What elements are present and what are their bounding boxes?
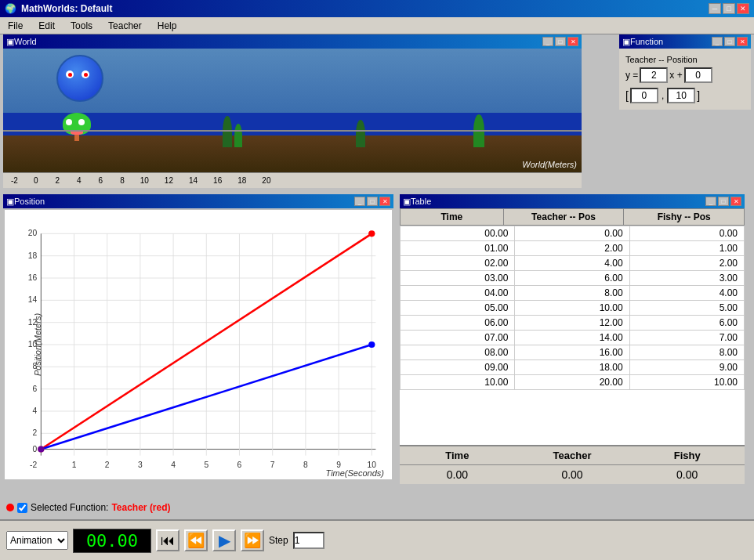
interval-left-input[interactable]	[630, 88, 658, 103]
cell-teacher: 10.00	[515, 301, 629, 316]
world-panel-controls: _ □ ✕	[542, 37, 578, 46]
close-button[interactable]: ✕	[737, 3, 749, 14]
ground	[3, 135, 582, 172]
svg-text:-2: -2	[30, 461, 37, 469]
comma: ,	[662, 90, 664, 101]
position-maximize-btn[interactable]: □	[367, 197, 378, 206]
cell-fishy: 0.00	[629, 226, 744, 241]
cell-fishy: 9.00	[629, 360, 744, 375]
position-close-btn[interactable]: ✕	[379, 197, 390, 206]
table-title: Table	[411, 197, 431, 206]
back-button[interactable]: ⏪	[184, 529, 208, 551]
table-header: Time Teacher -- Pos Fishy -- Pos	[400, 208, 745, 226]
table-row: 08.0016.008.00	[401, 345, 745, 360]
svg-text:7: 7	[270, 461, 275, 469]
table-minimize-btn[interactable]: _	[705, 197, 716, 206]
footer-fishy-label: Fishy	[629, 450, 745, 461]
menu-edit[interactable]: Edit	[34, 19, 60, 33]
table-panel: ▣ Table _ □ ✕ Time Teacher -- Pos Fishy …	[400, 194, 745, 484]
cell-fishy: 6.00	[629, 316, 744, 331]
slope-input[interactable]	[640, 67, 668, 83]
cell-teacher: 14.00	[515, 331, 629, 345]
footer-teacher-label: Teacher	[515, 450, 630, 461]
svg-text:0: 0	[32, 445, 37, 453]
cell-teacher: 2.00	[515, 241, 629, 256]
svg-point-48	[368, 230, 375, 237]
world-close-btn[interactable]: ✕	[567, 37, 578, 46]
svg-text:4: 4	[171, 461, 176, 469]
menu-teacher[interactable]: Teacher	[103, 19, 147, 33]
svg-text:2: 2	[32, 428, 37, 437]
app-icon: 🌍	[5, 3, 16, 14]
graph-svg: 20 18 16 14 12 10 8 6 4 2 0 -2 1 2 3 4 5…	[5, 210, 392, 479]
footer-time-label: Time	[400, 450, 515, 461]
table-row: 01.002.001.00	[401, 241, 745, 256]
cell-time: 03.00	[401, 271, 515, 286]
interval-right-input[interactable]	[667, 88, 695, 103]
world-minimize-btn[interactable]: _	[542, 37, 553, 46]
selected-function-value: Teacher (red)	[111, 502, 170, 513]
selected-function-label: Selected Function:	[31, 502, 108, 513]
frog-character	[63, 113, 91, 138]
menu-bar: File Edit Tools Teacher Help	[0, 17, 754, 34]
world-icon: ▣	[6, 37, 14, 47]
graph-area: Position(Meters) Time(Seconds)	[5, 210, 392, 479]
app-title: MathWorlds: Default	[21, 3, 112, 14]
rewind-button[interactable]: ⏮	[156, 529, 179, 551]
position-title: Position	[14, 197, 45, 206]
footer-time-val: 0.00	[400, 468, 515, 481]
function-icon: ▣	[622, 37, 630, 47]
seaweed-3	[356, 120, 365, 147]
step-input[interactable]	[293, 532, 324, 549]
svg-text:14: 14	[28, 295, 38, 304]
function-maximize-btn[interactable]: □	[724, 37, 735, 46]
position-icon: ▣	[6, 197, 14, 207]
menu-help[interactable]: Help	[153, 19, 182, 33]
table-close-btn[interactable]: ✕	[730, 197, 741, 206]
function-minimize-btn[interactable]: _	[712, 37, 723, 46]
cell-time: 01.00	[401, 241, 515, 256]
maximize-button[interactable]: □	[723, 3, 735, 14]
forward-button[interactable]: ⏩	[241, 529, 264, 551]
table-scroll-area[interactable]: 00.000.000.0001.002.001.0002.004.002.000…	[400, 226, 745, 445]
table-row: 04.008.004.00	[401, 286, 745, 301]
cell-time: 05.00	[401, 301, 515, 316]
svg-text:5: 5	[204, 461, 208, 469]
table-body: 00.000.000.0001.002.001.0002.004.002.000…	[401, 226, 745, 390]
cell-fishy: 4.00	[629, 286, 744, 301]
animation-select[interactable]: Animation Simulation	[6, 531, 68, 550]
table-row: 06.0012.006.00	[401, 316, 745, 331]
intercept-input[interactable]	[684, 67, 712, 83]
world-maximize-btn[interactable]: □	[555, 37, 566, 46]
position-minimize-btn[interactable]: _	[354, 197, 365, 206]
table-row: 10.0020.0010.00	[401, 375, 745, 390]
cell-time: 09.00	[401, 360, 515, 375]
cell-fishy: 2.00	[629, 256, 744, 271]
table-footer-values: 0.00 0.00 0.00	[400, 464, 745, 484]
svg-text:8: 8	[32, 362, 37, 370]
cell-time: 06.00	[401, 316, 515, 331]
svg-text:9: 9	[336, 461, 341, 469]
menu-tools[interactable]: Tools	[66, 19, 97, 33]
cell-fishy: 10.00	[629, 375, 744, 390]
selected-function-bar: Selected Function: Teacher (red)	[6, 502, 171, 513]
svg-text:8: 8	[303, 461, 308, 469]
bottom-bar: Animation Simulation 00.00 ⏮ ⏪ ▶ ⏩ Step	[0, 519, 754, 560]
step-label: Step	[269, 535, 288, 546]
function-close-btn[interactable]: ✕	[737, 37, 748, 46]
svg-text:16: 16	[28, 273, 38, 282]
selected-function-checkbox[interactable]	[17, 503, 27, 513]
play-button[interactable]: ▶	[212, 529, 236, 551]
cell-teacher: 12.00	[515, 316, 629, 331]
menu-file[interactable]: File	[3, 19, 27, 33]
function-content: Teacher -- Position y = x + [ , ]	[619, 49, 751, 110]
col-fishy: Fishy -- Pos	[624, 209, 745, 226]
position-panel-controls: _ □ ✕	[354, 197, 390, 206]
svg-text:3: 3	[138, 461, 143, 469]
svg-text:6: 6	[237, 461, 242, 469]
table-maximize-btn[interactable]: □	[718, 197, 729, 206]
cell-teacher: 18.00	[515, 360, 629, 375]
position-panel: ▣ Position _ □ ✕ Position(Meters) Time(S…	[3, 194, 393, 484]
svg-text:4: 4	[32, 406, 37, 415]
minimize-button[interactable]: ─	[709, 3, 721, 14]
